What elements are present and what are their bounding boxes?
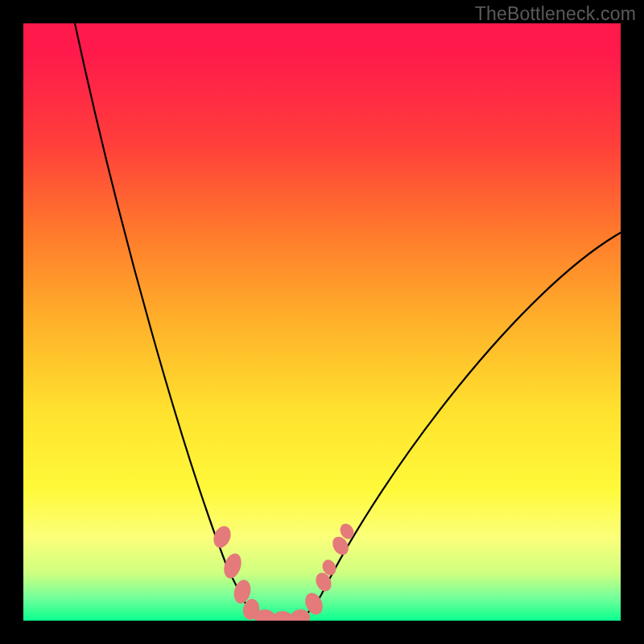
- data-marker: [290, 609, 311, 621]
- data-marker: [272, 611, 293, 621]
- marker-layer: [23, 23, 621, 621]
- watermark-text: TheBottleneck.com: [475, 3, 636, 25]
- plot-area: [23, 23, 621, 621]
- data-marker: [210, 523, 233, 550]
- data-marker: [221, 551, 245, 581]
- chart-frame: TheBottleneck.com: [0, 0, 644, 644]
